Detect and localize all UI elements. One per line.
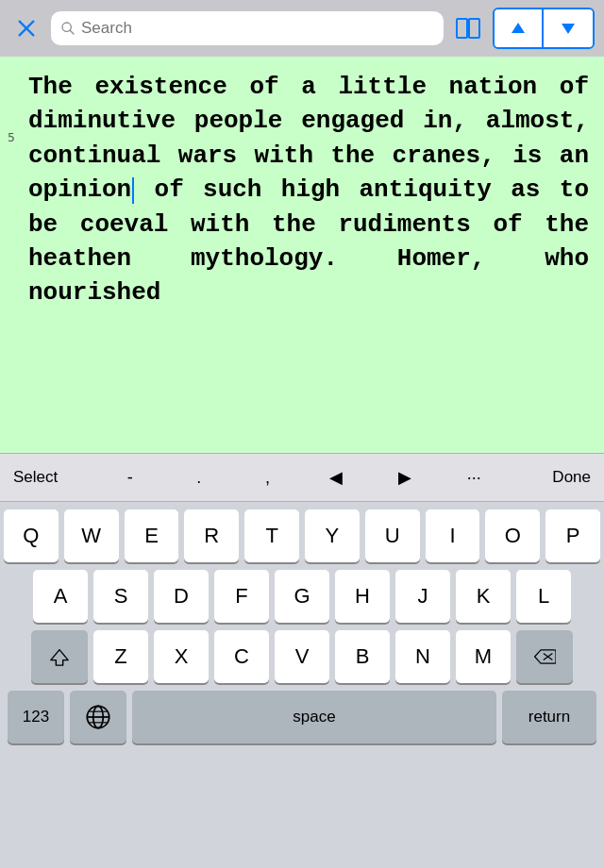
globe-key[interactable] (70, 691, 126, 743)
key-n[interactable]: N (395, 630, 450, 683)
svg-line-3 (70, 30, 74, 34)
key-i[interactable]: I (426, 509, 480, 562)
key-o[interactable]: O (485, 509, 540, 562)
svg-marker-9 (51, 650, 68, 666)
close-button[interactable] (9, 11, 43, 45)
keyboard-row-3: Z X C V B N M (4, 630, 600, 683)
comma-button[interactable]: , (233, 454, 302, 501)
keyboard-row-1: Q W E R T Y U I O P (4, 509, 600, 562)
svg-rect-4 (457, 19, 467, 38)
key-m[interactable]: M (456, 630, 511, 683)
key-s[interactable]: S (93, 570, 148, 623)
toolbar: Select - . , ◀ ▶ ··· Done (0, 453, 604, 502)
key-x[interactable]: X (154, 630, 209, 683)
key-b[interactable]: B (335, 630, 390, 683)
key-p[interactable]: P (545, 509, 600, 562)
text-content[interactable]: The existence of a little nation of dimi… (15, 70, 589, 310)
key-g[interactable]: G (275, 570, 329, 623)
period-button[interactable]: . (164, 454, 233, 501)
globe-icon (85, 704, 111, 730)
key-d[interactable]: D (154, 570, 209, 623)
return-key[interactable]: return (502, 691, 596, 743)
text-cursor (132, 177, 134, 205)
key-l[interactable]: L (516, 570, 571, 623)
book-button[interactable] (451, 11, 485, 45)
ellipsis-button[interactable]: ··· (440, 454, 509, 501)
up-arrow-icon (511, 21, 526, 36)
key-f[interactable]: F (214, 570, 269, 623)
key-q[interactable]: Q (4, 509, 59, 562)
key-e[interactable]: E (125, 509, 179, 562)
keyboard-row-2: A S D F G H J K L (4, 570, 600, 623)
left-arrow-button[interactable]: ◀ (302, 454, 371, 501)
svg-marker-7 (512, 23, 525, 33)
key-u[interactable]: U (365, 509, 420, 562)
done-button[interactable]: Done (509, 454, 600, 501)
key-j[interactable]: J (395, 570, 450, 623)
shift-key[interactable] (31, 630, 88, 683)
shift-icon (49, 646, 70, 667)
key-v[interactable]: V (275, 630, 329, 683)
key-t[interactable]: T (244, 509, 299, 562)
search-icon (60, 21, 76, 36)
key-z[interactable]: Z (93, 630, 148, 683)
nav-down-button[interactable] (544, 9, 593, 47)
keyboard: Q W E R T Y U I O P A S D F G H J K L Z … (0, 502, 604, 751)
key-a[interactable]: A (33, 570, 88, 623)
svg-marker-8 (562, 24, 575, 34)
keyboard-bottom-row: 123 space return (4, 691, 600, 751)
space-key[interactable]: space (132, 691, 496, 743)
line-number: 5 (8, 130, 15, 144)
header (0, 0, 604, 57)
right-arrow-button[interactable]: ▶ (371, 454, 440, 501)
key-r[interactable]: R (184, 509, 239, 562)
key-y[interactable]: Y (305, 509, 360, 562)
down-arrow-icon (561, 21, 576, 36)
search-input[interactable] (81, 19, 434, 38)
close-icon (16, 18, 37, 39)
key-w[interactable]: W (64, 509, 119, 562)
key-c[interactable]: C (214, 630, 269, 683)
search-bar[interactable] (51, 11, 444, 45)
text-area[interactable]: 5 The existence of a little nation of di… (0, 57, 604, 453)
key-k[interactable]: K (456, 570, 511, 623)
navigation-buttons (493, 8, 595, 49)
dash-button[interactable]: - (95, 454, 164, 501)
nav-up-button[interactable] (495, 9, 544, 47)
delete-key[interactable] (516, 630, 573, 683)
key-h[interactable]: H (335, 570, 390, 623)
svg-rect-5 (469, 19, 479, 38)
num-key[interactable]: 123 (8, 691, 64, 743)
book-icon (456, 18, 480, 39)
delete-icon (533, 648, 556, 665)
select-button[interactable]: Select (4, 454, 95, 501)
